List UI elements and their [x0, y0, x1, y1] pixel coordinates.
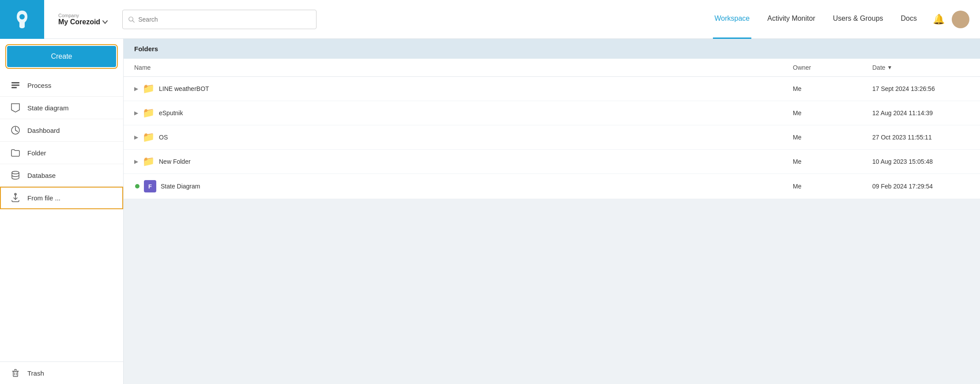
- row-item-name: LINE weatherBOT: [159, 85, 209, 92]
- logo[interactable]: [0, 0, 44, 39]
- row-owner: Me: [793, 158, 872, 165]
- sidebar-item-process[interactable]: Process: [0, 74, 123, 97]
- date-sort-icon: ▼: [887, 64, 893, 71]
- sidebar-item-dashboard-label: Dashboard: [27, 127, 60, 134]
- folder-icon: [11, 148, 20, 158]
- table-row[interactable]: ▶ 📁 LINE weatherBOT Me 17 Sept 2024 13:2…: [124, 77, 980, 101]
- header-icons: 🔔: [933, 11, 969, 28]
- trash-label: Trash: [27, 369, 44, 377]
- row-owner: Me: [793, 134, 872, 141]
- notifications-icon[interactable]: 🔔: [933, 14, 945, 25]
- search-input[interactable]: [138, 16, 311, 23]
- table-row[interactable]: F State Diagram Me 09 Feb 2024 17:29:54: [124, 174, 980, 199]
- sidebar-menu: Process State diagram Dashboard: [0, 74, 123, 361]
- row-item-name: New Folder: [159, 158, 191, 165]
- row-name-cell: ▶ 📁 eSputnik: [134, 107, 793, 119]
- row-name-cell: ▶ 📁 LINE weatherBOT: [134, 83, 793, 94]
- svg-rect-4: [11, 85, 19, 86]
- table-header: Name Owner Date ▼: [124, 59, 980, 77]
- col-owner: Owner: [793, 64, 872, 71]
- row-name-cell: ▶ 📁 New Folder: [134, 156, 793, 167]
- row-name-cell: ▶ 📁 OS: [134, 132, 793, 143]
- svg-point-0: [19, 14, 25, 19]
- search-box[interactable]: [122, 10, 317, 29]
- tab-workspace[interactable]: Workspace: [713, 0, 752, 39]
- sidebar-item-from-file-label: From file ...: [27, 194, 60, 202]
- sidebar-item-state-diagram-label: State diagram: [27, 104, 68, 112]
- company-label: Company: [58, 13, 108, 18]
- row-item-name: OS: [159, 134, 168, 141]
- svg-line-2: [133, 20, 135, 22]
- company-selector[interactable]: Company My Corezoid: [58, 13, 108, 26]
- table-row[interactable]: ▶ 📁 New Folder Me 10 Aug 2023 15:05:48: [124, 150, 980, 174]
- sidebar-item-process-label: Process: [27, 82, 51, 89]
- tab-activity-monitor[interactable]: Activity Monitor: [765, 0, 817, 39]
- app-body: Create Process State diagram: [0, 39, 980, 384]
- expand-icon[interactable]: ▶: [134, 134, 138, 140]
- folders-panel: Folders Name Owner Date ▼ ▶ 📁 LINE weath…: [124, 39, 980, 199]
- col-name: Name: [134, 64, 793, 71]
- expand-icon[interactable]: ▶: [134, 110, 138, 116]
- row-item-name: eSputnik: [159, 109, 183, 117]
- sidebar-item-dashboard[interactable]: Dashboard: [0, 119, 123, 142]
- process-icon: [11, 80, 20, 90]
- sidebar-item-database[interactable]: Database: [0, 164, 123, 187]
- expand-icon[interactable]: ▶: [134, 158, 138, 165]
- company-name: My Corezoid: [58, 18, 108, 26]
- expand-icon[interactable]: ▶: [134, 86, 138, 92]
- sidebar: Create Process State diagram: [0, 39, 124, 384]
- state-diagram-type-icon: F: [144, 180, 156, 192]
- folder-type-icon: 📁: [143, 83, 155, 94]
- dashboard-icon: [11, 125, 20, 135]
- search-icon: [128, 16, 135, 23]
- from-file-icon: [11, 193, 20, 203]
- folder-type-icon: 📁: [143, 156, 155, 167]
- col-date[interactable]: Date ▼: [872, 64, 969, 71]
- sidebar-item-state-diagram[interactable]: State diagram: [0, 97, 123, 119]
- sidebar-item-trash[interactable]: Trash: [0, 361, 123, 384]
- row-date: 27 Oct 2023 11:55:11: [872, 134, 969, 141]
- app-header: Company My Corezoid Workspace Activity M…: [0, 0, 980, 39]
- row-date: 17 Sept 2024 13:26:56: [872, 85, 969, 92]
- svg-rect-12: [13, 371, 18, 376]
- svg-marker-6: [11, 104, 19, 112]
- svg-point-10: [12, 171, 19, 174]
- main-content: Folders Name Owner Date ▼ ▶ 📁 LINE weath…: [124, 39, 980, 384]
- folder-type-icon: 📁: [143, 107, 155, 119]
- database-icon: [11, 170, 20, 180]
- row-item-name: State Diagram: [161, 183, 200, 190]
- sidebar-item-folder[interactable]: Folder: [0, 142, 123, 164]
- sidebar-item-from-file[interactable]: From file ...: [0, 187, 123, 209]
- row-owner: Me: [793, 183, 872, 190]
- folder-type-icon: 📁: [143, 132, 155, 143]
- nav-tabs: Workspace Activity Monitor Users & Group…: [713, 0, 919, 39]
- active-status-dot: [135, 184, 139, 188]
- row-date: 12 Aug 2024 11:14:39: [872, 109, 969, 117]
- sidebar-item-database-label: Database: [27, 172, 56, 179]
- trash-icon: [11, 368, 20, 378]
- folders-header: Folders: [124, 39, 980, 59]
- tab-users-groups[interactable]: Users & Groups: [831, 0, 885, 39]
- row-date: 10 Aug 2023 15:05:48: [872, 158, 969, 165]
- tab-docs[interactable]: Docs: [899, 0, 919, 39]
- sidebar-item-folder-label: Folder: [27, 149, 46, 157]
- row-owner: Me: [793, 109, 872, 117]
- row-name-cell: F State Diagram: [134, 180, 793, 192]
- state-diagram-icon: [11, 103, 20, 113]
- row-date: 09 Feb 2024 17:29:54: [872, 183, 969, 190]
- create-button[interactable]: Create: [7, 46, 116, 67]
- svg-rect-5: [11, 87, 17, 88]
- svg-line-9: [15, 130, 18, 132]
- row-owner: Me: [793, 85, 872, 92]
- svg-rect-3: [11, 82, 19, 83]
- table-row[interactable]: ▶ 📁 eSputnik Me 12 Aug 2024 11:14:39: [124, 101, 980, 125]
- avatar[interactable]: [952, 11, 969, 28]
- table-row[interactable]: ▶ 📁 OS Me 27 Oct 2023 11:55:11: [124, 125, 980, 150]
